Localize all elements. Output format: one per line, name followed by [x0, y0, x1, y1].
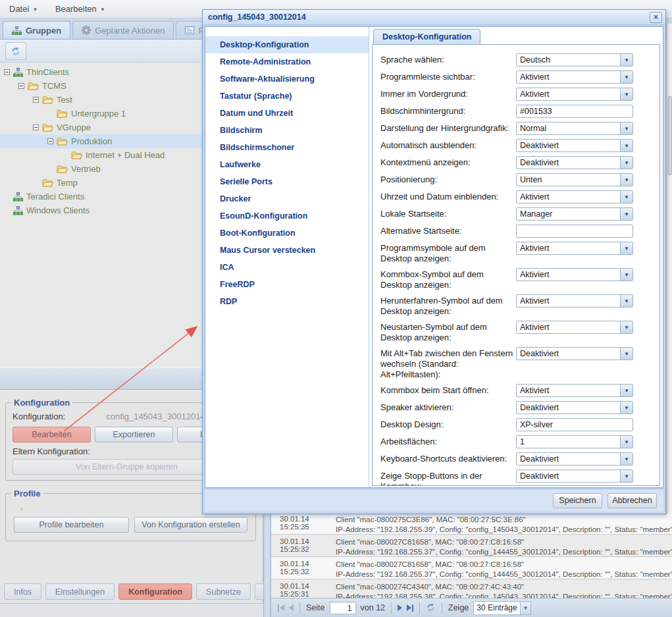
- config-section-label: Boot-Konfiguration: [220, 228, 296, 238]
- field-control[interactable]: Deaktiviert ▼: [516, 469, 633, 483]
- tab-gruppen[interactable]: Gruppen: [3, 21, 70, 39]
- config-section-item[interactable]: Datum und Uhrzeit: [205, 105, 369, 122]
- chevron-down-icon[interactable]: ▼: [620, 436, 633, 448]
- field-control[interactable]: 1 ▼: [516, 435, 633, 448]
- field-control[interactable]: Aktiviert ▼: [516, 190, 633, 203]
- log-row[interactable]: 30.01.14 15:25:32 Client "mac-080027C816…: [271, 557, 672, 579]
- config-section-item[interactable]: RDP: [205, 293, 369, 310]
- page-size-select[interactable]: 30 Einträge ▼: [473, 601, 531, 615]
- refresh-icon[interactable]: [426, 603, 436, 614]
- chevron-down-icon[interactable]: ▼: [620, 348, 633, 360]
- config-section-item[interactable]: EsounD-Konfiguration: [205, 207, 369, 225]
- chevron-down-icon[interactable]: ▼: [620, 157, 633, 169]
- field-control[interactable]: Normal ▼: [516, 122, 633, 135]
- chevron-down-icon[interactable]: ▼: [620, 54, 633, 66]
- log-timestamp: 30.01.14 15:25:31: [280, 581, 336, 598]
- field-control[interactable]: Deaktiviert ▼: [516, 401, 633, 414]
- field-control[interactable]: Aktiviert ▼: [516, 268, 633, 281]
- log-row[interactable]: 30.01.14 15:25:35 Client "mac-0800275C3E…: [271, 512, 672, 535]
- scrollbar-thumb[interactable]: [668, 96, 672, 175]
- von-konfiguration-erstellen-button[interactable]: Von Konfiguration erstellen: [134, 517, 247, 533]
- detail-tab[interactable]: Infos: [4, 583, 41, 600]
- config-section-item[interactable]: Laufwerke: [205, 156, 369, 173]
- field-control[interactable]: Aktiviert ▼: [516, 321, 633, 334]
- chevron-down-icon[interactable]: ▼: [620, 174, 633, 186]
- config-section-item[interactable]: Tastatur (Sprache): [205, 88, 369, 105]
- collapse-icon[interactable]: [47, 138, 53, 144]
- previous-page-button[interactable]: [289, 604, 294, 611]
- detail-tab[interactable]: Konfiguration: [118, 583, 192, 600]
- menu-bearbeiten[interactable]: Bearbeiten ▾: [55, 4, 104, 14]
- profile-legend: Profile: [11, 489, 43, 498]
- chevron-down-icon[interactable]: ▼: [620, 295, 633, 307]
- dialog-footer: Speichern Abbrechen: [205, 489, 663, 512]
- config-section-item[interactable]: Bildschirm: [205, 122, 369, 139]
- chevron-down-icon[interactable]: ▼: [620, 191, 633, 203]
- chevron-down-icon[interactable]: ▼: [620, 88, 633, 100]
- config-section-label: Remote-Administration: [220, 57, 311, 67]
- field-control[interactable]: Aktiviert ▼: [516, 384, 633, 397]
- chevron-down-icon[interactable]: ▼: [620, 208, 633, 220]
- vertical-scrollbar[interactable]: [667, 24, 672, 514]
- first-page-button[interactable]: [278, 604, 284, 612]
- config-section-item[interactable]: FreeRDP: [205, 276, 369, 293]
- field-control[interactable]: Deaktiviert ▼: [516, 452, 633, 466]
- close-button[interactable]: ×: [650, 12, 662, 23]
- collapse-icon[interactable]: [33, 97, 39, 103]
- chevron-down-icon[interactable]: ▼: [620, 385, 633, 396]
- menu-datei[interactable]: Datei ▾: [9, 4, 37, 14]
- field-control[interactable]: #001533 ▼: [516, 105, 633, 118]
- chevron-down-icon[interactable]: ▼: [620, 402, 633, 414]
- abbrechen-button[interactable]: Abbrechen: [607, 493, 657, 508]
- chevron-down-icon[interactable]: ▼: [620, 122, 633, 134]
- refresh-button[interactable]: [5, 42, 26, 60]
- next-page-button[interactable]: [398, 604, 402, 611]
- chevron-down-icon[interactable]: ▼: [620, 242, 633, 254]
- field-control[interactable]: Manager ▼: [516, 207, 633, 221]
- last-page-button[interactable]: [407, 604, 413, 612]
- chevron-down-icon[interactable]: ▼: [620, 470, 633, 482]
- config-section-item[interactable]: Serielle Ports: [205, 173, 369, 190]
- collapse-icon[interactable]: [18, 83, 24, 89]
- config-section-item[interactable]: Remote-Administration: [205, 53, 369, 70]
- field-control[interactable]: Deutsch ▼: [516, 53, 633, 67]
- detail-tab[interactable]: Einstellungen: [45, 583, 115, 600]
- config-section-item[interactable]: Drucker: [205, 190, 369, 207]
- config-section-item[interactable]: Boot-Konfiguration: [205, 225, 369, 242]
- config-section-item[interactable]: ICA: [205, 259, 369, 276]
- tab-geplante-aktionen[interactable]: Geplante Aktionen: [72, 21, 174, 39]
- speichern-button[interactable]: Speichern: [553, 493, 602, 508]
- form-field-row: Neustarten-Symbol auf dem Desktop anzeig…: [380, 321, 654, 343]
- page-number-input[interactable]: 1: [330, 602, 356, 614]
- config-section-item[interactable]: Software-Aktualisierung: [205, 70, 369, 88]
- profile-bearbeiten-button[interactable]: Profile bearbeiten: [14, 517, 129, 533]
- field-control[interactable]: XP-silver ▼: [516, 418, 633, 431]
- dialog-titlebar[interactable]: config_145043_30012014 ×: [203, 10, 665, 25]
- collapse-icon[interactable]: [33, 124, 39, 130]
- log-row[interactable]: 30.01.14 15:25:31 Client "mac-0800274C43…: [271, 579, 672, 598]
- bearbeiten-button[interactable]: Bearbeiten: [13, 427, 91, 443]
- config-section-item[interactable]: Bildschirmschoner: [205, 139, 369, 156]
- config-section-item[interactable]: Maus Cursor verstecken: [205, 242, 369, 259]
- log-message: Client "mac-080027C81658", MAC: "08:00:2…: [336, 558, 672, 579]
- config-section-item[interactable]: Desktop-Konfiguration: [205, 36, 369, 53]
- field-control[interactable]: Deaktiviert ▼: [516, 347, 633, 360]
- field-control[interactable]: Aktiviert ▼: [516, 88, 633, 101]
- collapse-icon[interactable]: [4, 69, 10, 75]
- field-control[interactable]: Aktiviert ▼: [516, 70, 633, 84]
- chevron-down-icon[interactable]: ▼: [620, 71, 633, 83]
- field-control[interactable]: Deaktiviert ▼: [516, 139, 633, 152]
- chevron-down-icon[interactable]: ▼: [620, 321, 633, 333]
- detail-tab[interactable]: Subnetze: [196, 583, 251, 600]
- field-control[interactable]: Deaktiviert ▼: [516, 156, 633, 169]
- tab-desktop-konfiguration[interactable]: Desktop-Konfiguration: [373, 29, 480, 45]
- field-control[interactable]: Aktiviert ▼: [516, 294, 633, 308]
- chevron-down-icon[interactable]: ▼: [620, 269, 633, 281]
- field-control[interactable]: Unten ▼: [516, 173, 633, 186]
- field-control[interactable]: ▼: [516, 225, 633, 238]
- log-row[interactable]: 30.01.14 15:25:32 Client "mac-080027C816…: [271, 535, 672, 557]
- chevron-down-icon[interactable]: ▼: [620, 140, 633, 151]
- field-control[interactable]: Aktiviert ▼: [516, 242, 633, 255]
- exportieren-button[interactable]: Exportieren: [95, 427, 173, 443]
- chevron-down-icon[interactable]: ▼: [620, 453, 633, 465]
